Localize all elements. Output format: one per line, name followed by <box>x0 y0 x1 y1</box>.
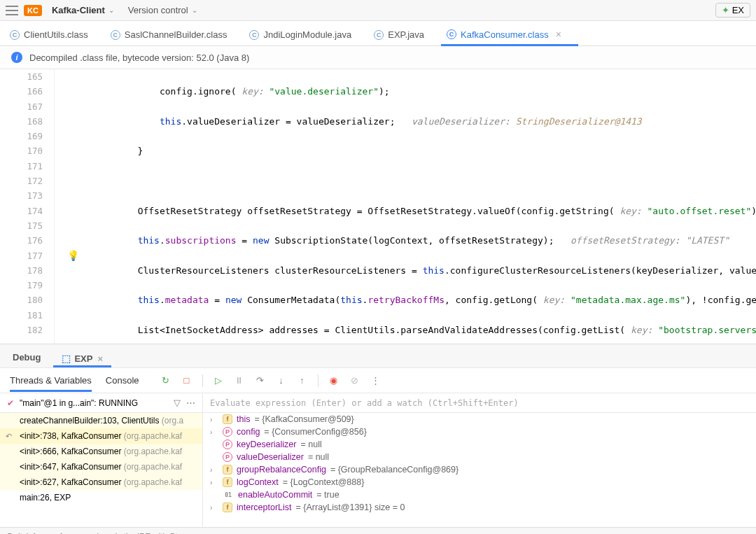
variable-row[interactable]: PvalueDeserializer = null <box>203 451 756 463</box>
more-icon[interactable]: ⋮ <box>370 375 382 386</box>
param-icon: P <box>223 440 232 449</box>
debug-content: ✔ "main"@1 in g...ain": RUNNING ▽ ⋯ crea… <box>0 393 756 527</box>
step-over-icon[interactable]: ↷ <box>255 375 266 386</box>
project-name: Kafka-Client <box>52 5 105 15</box>
chevron-right-icon[interactable]: › <box>210 504 218 512</box>
chevron-right-icon[interactable]: › <box>210 466 218 474</box>
field-icon: f <box>223 503 232 512</box>
version-control-label: Version control <box>128 5 188 15</box>
primitive-icon: 01 <box>223 490 234 500</box>
param-icon: P <box>223 452 232 462</box>
class-icon: C <box>374 30 384 40</box>
more-icon[interactable]: ⋯ <box>186 398 195 408</box>
chevron-down-icon: ⌄ <box>192 6 197 14</box>
project-badge: KC <box>24 5 42 16</box>
mute-breakpoints-icon[interactable]: ⊘ <box>349 375 360 386</box>
class-icon: C <box>447 29 456 39</box>
stack-frame[interactable]: ↶<init>:738, KafkaConsumer (org.apache.k… <box>0 428 202 444</box>
field-icon: f <box>223 414 232 424</box>
variable-row[interactable]: ›fgroupRebalanceConfig = {GroupRebalance… <box>203 463 756 476</box>
class-icon: C <box>10 30 20 40</box>
chevron-right-icon[interactable]: › <box>210 416 218 423</box>
step-into-icon[interactable]: ↓ <box>276 375 287 386</box>
field-icon: f <box>223 465 232 475</box>
stop-icon[interactable]: □ <box>181 375 192 386</box>
rerun-icon[interactable]: ↻ <box>160 375 172 386</box>
tab-label: ClientUtils.class <box>24 29 88 40</box>
evaluate-input[interactable]: Evaluate expression (Enter) or add a wat… <box>203 393 756 413</box>
status-bar: Switch frames from anywhere in the IDE w… <box>0 527 756 534</box>
variable-row[interactable]: ›Pconfig = {ConsumerConfig@856} <box>203 426 756 438</box>
debug-tab[interactable]: Debug <box>10 347 43 367</box>
tab-label: JndiLoginModule.java <box>263 29 351 40</box>
chevron-down-icon: ⌄ <box>108 6 114 14</box>
variable-row[interactable]: ›flogContext = {LogContext@888} <box>203 476 756 489</box>
stack-frame[interactable]: <init>:666, KafkaConsumer (org.apache.ka… <box>0 444 202 459</box>
stack-frame[interactable]: <init>:627, KafkaConsumer (org.apache.ka… <box>0 475 202 490</box>
tab-label: KafkaConsumer.class <box>461 29 549 40</box>
stack-frame[interactable]: createChannelBuilder:103, ClientUtils (o… <box>0 413 202 428</box>
console-tab[interactable]: Console <box>106 370 139 391</box>
tab-jndiloginmodule[interactable]: CJndiLoginModule.java <box>246 24 354 45</box>
param-icon: P <box>223 427 232 437</box>
tab-clientutils[interactable]: CClientUtils.class <box>7 24 91 45</box>
tab-exp[interactable]: CEXP.java <box>371 24 427 45</box>
close-icon[interactable]: × <box>744 532 749 535</box>
version-control-menu[interactable]: Version control ⌄ <box>124 3 202 17</box>
chevron-right-icon[interactable]: › <box>210 479 218 486</box>
top-toolbar: KC Kafka-Client ⌄ Version control ⌄ ✦ EX <box>0 0 756 21</box>
tool-window-tabs: Debug ⬚ EXP × <box>0 344 756 367</box>
banner-text: Decompiled .class file, bytecode version… <box>29 52 249 63</box>
close-icon[interactable]: × <box>556 29 561 40</box>
decompiled-banner: i Decompiled .class file, bytecode versi… <box>0 46 756 69</box>
code-editor[interactable]: 165166167168 169170171172 173174175176 1… <box>0 69 756 344</box>
class-icon: C <box>249 30 259 40</box>
threads-variables-tab[interactable]: Threads & Variables <box>10 370 92 391</box>
check-icon: ✔ <box>7 398 14 408</box>
variable-row[interactable]: ›fthis = {KafkaConsumer@509} <box>203 413 756 426</box>
thread-title[interactable]: "main"@1 in g...ain": RUNNING <box>20 398 168 408</box>
stack-frame[interactable]: <init>:647, KafkaConsumer (org.apache.ka… <box>0 459 202 475</box>
variable-row[interactable]: ›finterceptorList = {ArrayList@1391} siz… <box>203 501 756 514</box>
tab-kafkaconsumer[interactable]: CKafkaConsumer.class× <box>444 23 564 45</box>
bug-icon: ✦ <box>722 5 729 15</box>
stack-frame[interactable]: main:26, EXP <box>0 490 202 505</box>
debug-toolbar: Threads & Variables Console ↻ □ ▷ ⏸ ↷ ↓ … <box>0 367 756 393</box>
project-selector[interactable]: Kafka-Client ⌄ <box>48 3 118 17</box>
main-menu-icon[interactable] <box>6 6 18 15</box>
ex-label: EX <box>732 5 744 15</box>
tab-label: EXP.java <box>388 29 424 40</box>
frames-panel: ✔ "main"@1 in g...ain": RUNNING ▽ ⋯ crea… <box>0 393 203 527</box>
variables-list: ›fthis = {KafkaConsumer@509} ›Pconfig = … <box>203 413 756 527</box>
lightbulb-icon[interactable]: 💡 <box>67 250 79 261</box>
code-content[interactable]: config.ignore( key: "value.deserializer"… <box>94 69 756 344</box>
filter-icon[interactable]: ▽ <box>174 398 181 408</box>
info-icon: i <box>11 52 22 63</box>
gutter-icons: 💡 <box>55 69 94 344</box>
step-out-icon[interactable]: ↑ <box>297 375 308 386</box>
variable-row[interactable]: 01enableAutoCommit = true <box>203 489 756 501</box>
field-icon: f <box>223 477 232 487</box>
chevron-right-icon[interactable]: › <box>210 428 218 436</box>
resume-icon[interactable]: ▷ <box>213 375 224 386</box>
close-icon[interactable]: × <box>97 353 103 364</box>
tab-label: SaslChannelBuilder.class <box>125 29 227 40</box>
class-icon: C <box>111 30 120 40</box>
view-breakpoints-icon[interactable]: ◉ <box>328 375 340 386</box>
reset-frame-icon[interactable]: ↶ <box>6 432 12 441</box>
status-text: Switch frames from anywhere in the IDE w… <box>7 532 186 535</box>
variable-row[interactable]: PkeyDeserializer = null <box>203 438 756 451</box>
run-icon: ⬚ <box>62 353 71 364</box>
variables-panel: Evaluate expression (Enter) or add a wat… <box>203 393 756 527</box>
editor-tabs: CClientUtils.class CSaslChannelBuilder.c… <box>0 21 756 46</box>
run-config-tab[interactable]: ⬚ EXP × <box>56 349 108 367</box>
pause-icon[interactable]: ⏸ <box>234 375 245 386</box>
frames-header: ✔ "main"@1 in g...ain": RUNNING ▽ ⋯ <box>0 393 202 413</box>
run-label: EXP <box>74 353 92 364</box>
tab-saslchannelbuilder[interactable]: CSaslChannelBuilder.class <box>108 24 230 45</box>
line-gutter: 165166167168 169170171172 173174175176 1… <box>0 69 55 344</box>
ex-button[interactable]: ✦ EX <box>715 3 750 17</box>
frame-list: createChannelBuilder:103, ClientUtils (o… <box>0 413 202 505</box>
